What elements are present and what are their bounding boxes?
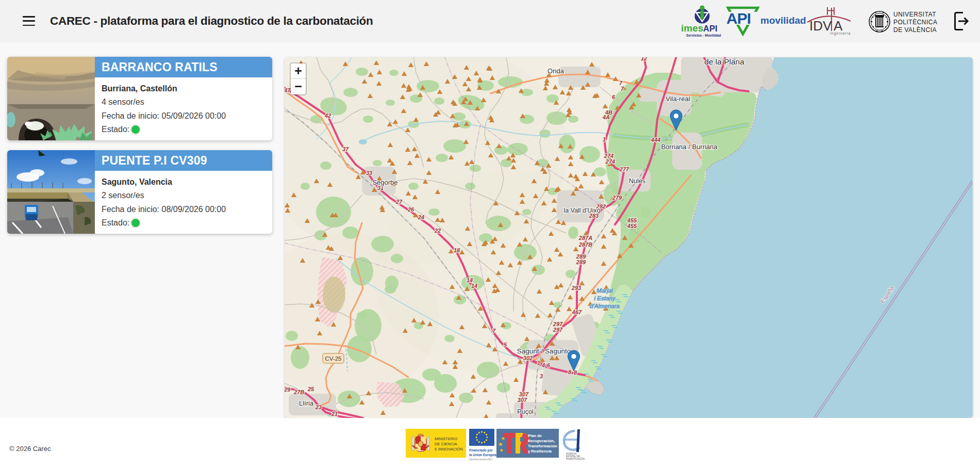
svg-text:Borriana / Burriana: Borriana / Burriana [661, 143, 718, 151]
svg-text:Puçol: Puçol [517, 408, 533, 415]
svg-text:Segorbe: Segorbe [372, 179, 397, 186]
svg-text:Financiado por: Financiado por [469, 448, 493, 453]
svg-text:289: 289 [576, 259, 586, 265]
svg-text:279: 279 [612, 195, 622, 201]
svg-text:Sagunt / Sagunto: Sagunt / Sagunto [517, 347, 571, 355]
svg-text:DE VALÈNCIA: DE VALÈNCIA [893, 26, 937, 34]
svg-text:23: 23 [315, 404, 322, 410]
svg-text:la Unión Europea: la Unión Europea [469, 453, 496, 457]
svg-text:8: 8 [568, 369, 572, 375]
svg-text:37: 37 [342, 146, 349, 152]
svg-text:Recuperación,: Recuperación, [528, 439, 555, 443]
svg-text:la Vall d'Uixó: la Vall d'Uixó [564, 207, 601, 214]
svg-text:Vila-real: Vila-real [666, 95, 690, 103]
svg-text:Transformación: Transformación [528, 444, 557, 448]
svg-text:302: 302 [523, 355, 533, 361]
svg-text:API: API [703, 24, 718, 33]
svg-text:297: 297 [553, 327, 563, 333]
svg-text:444: 444 [651, 137, 660, 143]
svg-text:26: 26 [407, 206, 414, 213]
svg-text:y Resiliencia: y Resiliencia [528, 449, 552, 454]
svg-text:33: 33 [366, 170, 372, 176]
svg-text:1: 1 [537, 360, 540, 366]
svg-text:277: 277 [619, 166, 629, 172]
svg-text:293: 293 [571, 285, 581, 291]
svg-text:287B: 287B [578, 241, 592, 248]
svg-text:Onda: Onda [547, 67, 564, 75]
svg-text:4A: 4A [602, 114, 610, 120]
svg-text:Servicios - Movilidad: Servicios - Movilidad [686, 34, 721, 37]
svg-text:MINISTERIO: MINISTERIO [435, 437, 457, 441]
svg-text:455: 455 [627, 223, 637, 229]
svg-text:Marjal: Marjal [596, 287, 613, 294]
svg-text:27B: 27B [293, 389, 304, 395]
svg-text:6: 6 [547, 362, 551, 368]
svg-text:7: 7 [621, 86, 624, 92]
svg-text:ingenieria: ingenieria [830, 31, 851, 36]
svg-text:i Estany: i Estany [594, 295, 616, 301]
svg-text:Llíria: Llíria [299, 399, 314, 407]
svg-text:467: 467 [572, 309, 582, 315]
svg-text:movilidad: movilidad [760, 15, 806, 26]
svg-text:14: 14 [471, 283, 477, 289]
svg-text:UNIVERSITAT: UNIVERSITAT [893, 11, 936, 18]
svg-text:imes: imes [681, 23, 703, 34]
svg-text:22: 22 [434, 228, 441, 234]
svg-text:IDV: IDV [809, 18, 832, 34]
svg-text:Plan de: Plan de [528, 433, 542, 438]
svg-text:7: 7 [492, 328, 496, 334]
svg-text:5: 5 [504, 342, 507, 348]
svg-text:DE CIENCIA: DE CIENCIA [435, 442, 457, 446]
svg-text:6: 6 [612, 94, 616, 100]
svg-text:42: 42 [324, 112, 331, 119]
svg-text:18: 18 [454, 247, 460, 253]
svg-text:21: 21 [331, 411, 338, 417]
svg-text:API: API [726, 10, 751, 27]
svg-text:27: 27 [395, 199, 403, 205]
svg-text:24: 24 [418, 214, 424, 220]
svg-text:287A: 287A [578, 235, 592, 241]
svg-text:de la Plana: de la Plana [704, 57, 744, 66]
svg-text:POLITÈCNICA: POLITÈCNICA [893, 18, 938, 26]
svg-text:25: 25 [307, 386, 314, 392]
svg-text:1: 1 [603, 136, 606, 142]
svg-text:274: 274 [605, 158, 615, 165]
svg-text:3: 3 [540, 373, 543, 379]
svg-text:4: 4 [541, 362, 545, 368]
svg-text:NextGenerationEU: NextGenerationEU [469, 458, 492, 461]
svg-text:d'Almenara: d'Almenara [590, 303, 620, 309]
svg-text:29: 29 [285, 386, 291, 393]
svg-text:E INNOVACIÓN: E INNOVACIÓN [435, 447, 463, 451]
svg-text:307: 307 [518, 397, 527, 403]
svg-text:Nules: Nules [629, 177, 645, 185]
svg-text:INVESTIGACIÓN: INVESTIGACIÓN [566, 457, 585, 460]
svg-text:CV-25: CV-25 [325, 356, 342, 362]
svg-text:12: 12 [641, 57, 647, 61]
